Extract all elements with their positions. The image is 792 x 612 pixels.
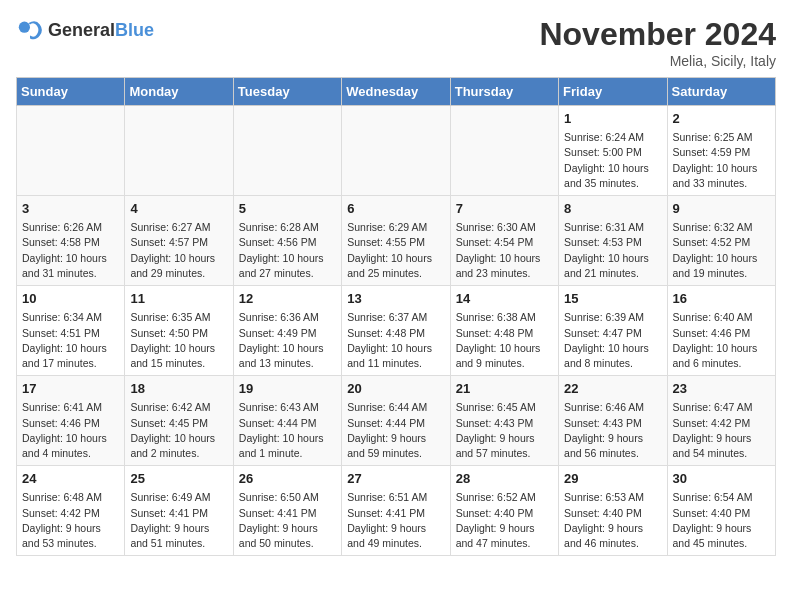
day-number: 27 [347,470,444,488]
calendar-header-row: SundayMondayTuesdayWednesdayThursdayFrid… [17,78,776,106]
day-number: 2 [673,110,770,128]
calendar-cell: 10Sunrise: 6:34 AM Sunset: 4:51 PM Dayli… [17,286,125,376]
day-number: 11 [130,290,227,308]
calendar-cell: 9Sunrise: 6:32 AM Sunset: 4:52 PM Daylig… [667,196,775,286]
day-info: Sunrise: 6:45 AM Sunset: 4:43 PM Dayligh… [456,400,553,461]
calendar-cell [17,106,125,196]
calendar-cell: 27Sunrise: 6:51 AM Sunset: 4:41 PM Dayli… [342,466,450,556]
day-number: 24 [22,470,119,488]
weekday-header-wednesday: Wednesday [342,78,450,106]
title-area: November 2024 Melia, Sicily, Italy [539,16,776,69]
svg-point-0 [19,22,30,33]
day-info: Sunrise: 6:24 AM Sunset: 5:00 PM Dayligh… [564,130,661,191]
calendar-cell: 21Sunrise: 6:45 AM Sunset: 4:43 PM Dayli… [450,376,558,466]
day-info: Sunrise: 6:49 AM Sunset: 4:41 PM Dayligh… [130,490,227,551]
day-number: 25 [130,470,227,488]
calendar-table: SundayMondayTuesdayWednesdayThursdayFrid… [16,77,776,556]
day-info: Sunrise: 6:38 AM Sunset: 4:48 PM Dayligh… [456,310,553,371]
page-header: GeneralBlue November 2024 Melia, Sicily,… [16,16,776,69]
day-number: 19 [239,380,336,398]
calendar-cell [342,106,450,196]
calendar-cell: 26Sunrise: 6:50 AM Sunset: 4:41 PM Dayli… [233,466,341,556]
weekday-header-friday: Friday [559,78,667,106]
day-number: 18 [130,380,227,398]
calendar-cell: 4Sunrise: 6:27 AM Sunset: 4:57 PM Daylig… [125,196,233,286]
day-number: 14 [456,290,553,308]
calendar-week-row: 17Sunrise: 6:41 AM Sunset: 4:46 PM Dayli… [17,376,776,466]
day-number: 1 [564,110,661,128]
calendar-cell: 22Sunrise: 6:46 AM Sunset: 4:43 PM Dayli… [559,376,667,466]
location-subtitle: Melia, Sicily, Italy [539,53,776,69]
calendar-cell: 5Sunrise: 6:28 AM Sunset: 4:56 PM Daylig… [233,196,341,286]
day-info: Sunrise: 6:51 AM Sunset: 4:41 PM Dayligh… [347,490,444,551]
calendar-cell: 28Sunrise: 6:52 AM Sunset: 4:40 PM Dayli… [450,466,558,556]
day-info: Sunrise: 6:29 AM Sunset: 4:55 PM Dayligh… [347,220,444,281]
day-number: 21 [456,380,553,398]
day-number: 4 [130,200,227,218]
weekday-header-thursday: Thursday [450,78,558,106]
calendar-cell: 16Sunrise: 6:40 AM Sunset: 4:46 PM Dayli… [667,286,775,376]
day-info: Sunrise: 6:26 AM Sunset: 4:58 PM Dayligh… [22,220,119,281]
calendar-cell: 14Sunrise: 6:38 AM Sunset: 4:48 PM Dayli… [450,286,558,376]
calendar-cell: 19Sunrise: 6:43 AM Sunset: 4:44 PM Dayli… [233,376,341,466]
calendar-cell [450,106,558,196]
day-info: Sunrise: 6:32 AM Sunset: 4:52 PM Dayligh… [673,220,770,281]
day-info: Sunrise: 6:36 AM Sunset: 4:49 PM Dayligh… [239,310,336,371]
logo-general: General [48,20,115,40]
day-info: Sunrise: 6:28 AM Sunset: 4:56 PM Dayligh… [239,220,336,281]
day-number: 22 [564,380,661,398]
calendar-cell: 13Sunrise: 6:37 AM Sunset: 4:48 PM Dayli… [342,286,450,376]
day-number: 10 [22,290,119,308]
calendar-cell: 23Sunrise: 6:47 AM Sunset: 4:42 PM Dayli… [667,376,775,466]
logo-icon [16,16,44,44]
logo: GeneralBlue [16,16,154,44]
calendar-cell [233,106,341,196]
day-info: Sunrise: 6:30 AM Sunset: 4:54 PM Dayligh… [456,220,553,281]
calendar-cell: 6Sunrise: 6:29 AM Sunset: 4:55 PM Daylig… [342,196,450,286]
day-number: 15 [564,290,661,308]
day-info: Sunrise: 6:27 AM Sunset: 4:57 PM Dayligh… [130,220,227,281]
day-number: 28 [456,470,553,488]
day-number: 20 [347,380,444,398]
calendar-cell: 2Sunrise: 6:25 AM Sunset: 4:59 PM Daylig… [667,106,775,196]
day-info: Sunrise: 6:41 AM Sunset: 4:46 PM Dayligh… [22,400,119,461]
calendar-cell: 29Sunrise: 6:53 AM Sunset: 4:40 PM Dayli… [559,466,667,556]
calendar-cell [125,106,233,196]
day-number: 30 [673,470,770,488]
day-number: 5 [239,200,336,218]
calendar-week-row: 24Sunrise: 6:48 AM Sunset: 4:42 PM Dayli… [17,466,776,556]
day-info: Sunrise: 6:52 AM Sunset: 4:40 PM Dayligh… [456,490,553,551]
weekday-header-tuesday: Tuesday [233,78,341,106]
weekday-header-saturday: Saturday [667,78,775,106]
logo-blue: Blue [115,20,154,40]
day-number: 12 [239,290,336,308]
day-info: Sunrise: 6:39 AM Sunset: 4:47 PM Dayligh… [564,310,661,371]
day-info: Sunrise: 6:35 AM Sunset: 4:50 PM Dayligh… [130,310,227,371]
calendar-cell: 7Sunrise: 6:30 AM Sunset: 4:54 PM Daylig… [450,196,558,286]
calendar-cell: 12Sunrise: 6:36 AM Sunset: 4:49 PM Dayli… [233,286,341,376]
day-info: Sunrise: 6:47 AM Sunset: 4:42 PM Dayligh… [673,400,770,461]
day-number: 29 [564,470,661,488]
day-number: 17 [22,380,119,398]
calendar-week-row: 3Sunrise: 6:26 AM Sunset: 4:58 PM Daylig… [17,196,776,286]
calendar-cell: 15Sunrise: 6:39 AM Sunset: 4:47 PM Dayli… [559,286,667,376]
day-info: Sunrise: 6:44 AM Sunset: 4:44 PM Dayligh… [347,400,444,461]
day-info: Sunrise: 6:37 AM Sunset: 4:48 PM Dayligh… [347,310,444,371]
day-info: Sunrise: 6:34 AM Sunset: 4:51 PM Dayligh… [22,310,119,371]
day-number: 26 [239,470,336,488]
calendar-cell: 3Sunrise: 6:26 AM Sunset: 4:58 PM Daylig… [17,196,125,286]
calendar-cell: 18Sunrise: 6:42 AM Sunset: 4:45 PM Dayli… [125,376,233,466]
calendar-cell: 1Sunrise: 6:24 AM Sunset: 5:00 PM Daylig… [559,106,667,196]
day-info: Sunrise: 6:46 AM Sunset: 4:43 PM Dayligh… [564,400,661,461]
calendar-week-row: 10Sunrise: 6:34 AM Sunset: 4:51 PM Dayli… [17,286,776,376]
day-info: Sunrise: 6:42 AM Sunset: 4:45 PM Dayligh… [130,400,227,461]
calendar-cell: 11Sunrise: 6:35 AM Sunset: 4:50 PM Dayli… [125,286,233,376]
calendar-cell: 17Sunrise: 6:41 AM Sunset: 4:46 PM Dayli… [17,376,125,466]
day-number: 16 [673,290,770,308]
day-info: Sunrise: 6:53 AM Sunset: 4:40 PM Dayligh… [564,490,661,551]
day-number: 7 [456,200,553,218]
day-number: 3 [22,200,119,218]
day-number: 8 [564,200,661,218]
day-number: 9 [673,200,770,218]
day-info: Sunrise: 6:25 AM Sunset: 4:59 PM Dayligh… [673,130,770,191]
